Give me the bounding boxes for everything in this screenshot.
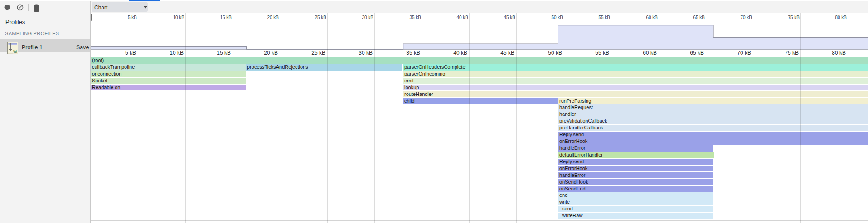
svg-text:%: % — [13, 48, 17, 55]
